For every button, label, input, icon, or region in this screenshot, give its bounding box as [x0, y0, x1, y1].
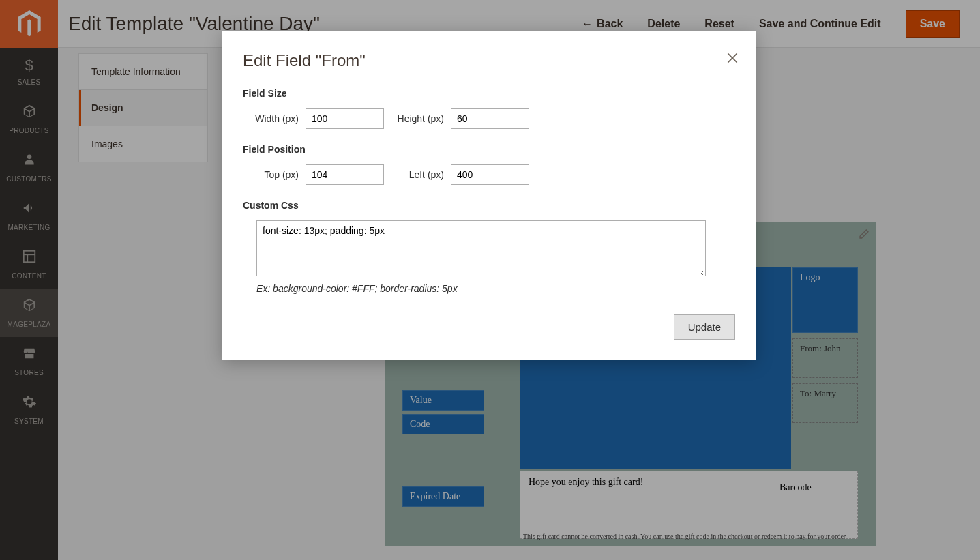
- left-label: Left (px): [396, 169, 444, 180]
- modal-title: Edit Field "From": [243, 51, 735, 70]
- css-hint: Ex: background-color: #FFF; border-radiu…: [256, 283, 735, 294]
- top-label: Top (px): [251, 169, 299, 180]
- height-input[interactable]: [451, 108, 529, 129]
- row-size: Width (px) Height (px): [243, 108, 735, 129]
- close-icon[interactable]: [726, 51, 739, 68]
- row-position: Top (px) Left (px): [243, 164, 735, 185]
- modal-footer: Update: [243, 314, 735, 340]
- width-input[interactable]: [306, 108, 384, 129]
- custom-css-textarea[interactable]: [256, 220, 706, 276]
- section-field-size: Field Size: [243, 88, 735, 99]
- top-input[interactable]: [306, 164, 384, 185]
- height-label: Height (px): [396, 113, 444, 124]
- section-custom-css: Custom Css: [243, 200, 735, 211]
- section-field-position: Field Position: [243, 144, 735, 155]
- width-label: Width (px): [251, 113, 299, 124]
- edit-field-modal: Edit Field "From" Field Size Width (px) …: [222, 31, 756, 360]
- update-button[interactable]: Update: [674, 314, 735, 340]
- left-input[interactable]: [451, 164, 529, 185]
